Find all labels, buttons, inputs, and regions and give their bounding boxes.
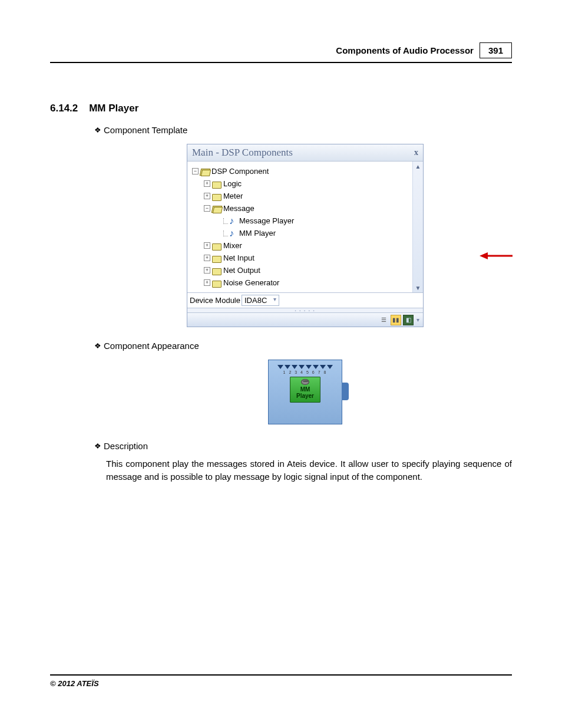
highlight-arrow-icon [478,251,514,261]
panel-title: Main - DSP Components [192,147,293,159]
tree-item-message[interactable]: − Message [192,202,410,215]
bullet-icon: ❖ [94,341,101,350]
device-module-row: Device Module IDA8C [187,292,423,308]
pin-labels: 1 2 3 4 5 6 7 8 [283,370,328,374]
bullet-component-template: ❖ Component Template [94,125,187,135]
status-list-icon[interactable]: ☰ [378,315,389,325]
tree-item-mm-player[interactable]: MM Player [192,227,410,239]
dsp-components-panel: Main - DSP Components x − DSP Component … [187,144,424,327]
bullet-description: ❖ Description [94,441,148,451]
svg-marker-1 [480,252,488,259]
status-settings-icon[interactable]: ◧ [403,315,414,325]
tree-item-noise-generator[interactable]: + Noise Generator [192,276,410,289]
tree-label: Mixer [223,241,242,250]
panel-status-bar: ☰ ▮▮ ◧ ▾ [187,312,423,327]
close-icon[interactable]: x [414,148,418,157]
mm-player-component-block[interactable]: 1 2 3 4 5 6 7 8 MM Player [268,360,342,424]
expand-icon[interactable]: + [204,193,210,199]
pin-icon [285,365,290,369]
bullet-label: Component Appearance [104,341,199,351]
collapse-icon[interactable]: − [204,205,210,212]
bullet-label: Component Template [104,125,187,135]
collapse-icon[interactable]: − [192,168,199,174]
section-heading: 6.14.2 MM Player [50,103,138,114]
expand-icon[interactable]: + [204,180,210,187]
tree-label: Net Input [223,253,254,262]
section-number: 6.14.2 [50,103,78,114]
pin-icon [292,365,297,369]
scroll-down-icon[interactable]: ▼ [414,283,423,292]
copyright-text: © 2012 ATEÏS [50,679,99,688]
output-connector-icon [342,383,349,400]
tree-content[interactable]: − DSP Component + Logic + Meter − Messag… [187,162,412,292]
bullet-label: Description [104,441,148,451]
folder-icon [212,192,222,200]
tree-label: Meter [223,192,243,200]
page-number: 391 [480,42,512,58]
folder-icon [212,254,222,262]
status-view-icon[interactable]: ▮▮ [391,315,401,325]
tree-label: MM Player [239,229,276,238]
tree-area: − DSP Component + Logic + Meter − Messag… [187,162,423,292]
folder-open-icon [212,205,222,213]
header-title: Components of Audio Processor [336,45,474,55]
expand-icon[interactable]: + [204,267,210,274]
scroll-up-icon[interactable]: ▲ [414,162,423,171]
music-note-icon [229,217,237,225]
mm-player-tile[interactable]: MM Player [290,377,320,403]
tree-label: Logic [223,179,242,188]
pin-icon [320,365,326,369]
tree-label: DSP Component [211,167,269,176]
device-module-value: IDA8C [244,296,267,305]
tree-item-mixer[interactable]: + Mixer [192,239,410,252]
panel-resize-handle[interactable]: • • • • • [187,308,423,312]
tile-line1: MM [296,386,314,393]
bullet-icon: ❖ [94,442,101,450]
pin-icon [277,365,283,369]
expand-icon[interactable]: + [204,255,210,261]
panel-titlebar[interactable]: Main - DSP Components x [187,144,423,162]
tile-line2: Player [296,393,314,399]
description-text: This component play the messages stored … [106,457,512,483]
tree-label: Net Output [223,266,260,275]
folder-open-icon [200,167,210,176]
tree-connector [223,218,228,224]
folder-icon [212,242,222,250]
pin-icon [306,365,312,369]
pin-icon [313,365,319,369]
folder-icon [212,180,222,188]
device-module-select[interactable]: IDA8C [242,295,279,306]
section-title-text: MM Player [89,103,138,114]
disc-icon [301,379,309,385]
scrollbar[interactable]: ▲ ▼ [412,162,423,292]
music-note-icon [229,229,237,238]
tree-item-logic[interactable]: + Logic [192,177,410,190]
bullet-component-appearance: ❖ Component Appearance [94,341,199,351]
tree-label: Noise Generator [223,278,279,287]
tree-item-message-player[interactable]: Message Player [192,215,410,227]
tree-item-net-input[interactable]: + Net Input [192,252,410,264]
page-footer: © 2012 ATEÏS [50,674,512,688]
tree-label: Message Player [239,216,294,225]
tree-item-net-output[interactable]: + Net Output [192,264,410,276]
bullet-icon: ❖ [94,126,101,134]
expand-icon[interactable]: + [204,242,210,249]
tree-root[interactable]: − DSP Component [192,165,410,177]
pin-icon [327,365,333,369]
folder-icon [212,266,222,275]
expand-icon[interactable]: + [204,279,210,286]
tree-label: Message [223,204,254,213]
tree-item-meter[interactable]: + Meter [192,190,410,202]
pin-icon [299,365,305,369]
status-dropdown-icon[interactable]: ▾ [415,317,421,323]
page-header: Components of Audio Processor 391 [50,42,512,63]
pin-row [277,365,333,369]
folder-icon [212,279,222,287]
device-module-label: Device Module [190,296,240,305]
tree-connector [223,230,228,236]
